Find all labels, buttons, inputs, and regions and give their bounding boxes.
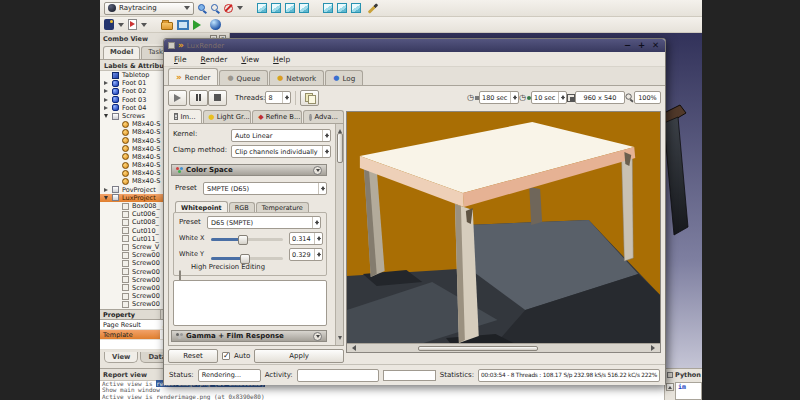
no-navigation-icon[interactable] — [224, 4, 233, 13]
resize-icon[interactable] — [567, 94, 575, 102]
menu-item[interactable]: File — [167, 55, 194, 64]
tree-expand-arrow[interactable] — [104, 81, 112, 85]
workbench-selector[interactable]: Raytracing — [104, 2, 194, 15]
image-frame-icon[interactable] — [177, 20, 189, 30]
green-arrow-icon[interactable] — [193, 20, 206, 30]
cube-view-icon-5[interactable] — [323, 3, 333, 13]
render-sphere-icon[interactable] — [210, 19, 221, 30]
menu-item[interactable]: Help — [266, 55, 297, 64]
whitepoint-preset-select[interactable]: D65 (SMPTE) — [207, 216, 321, 229]
white-x-stepper[interactable]: 0.314 — [289, 232, 323, 245]
pencil-icon[interactable] — [368, 3, 379, 14]
display-interval-stepper[interactable]: 10 sec — [531, 91, 567, 104]
colorspace-preset-select[interactable]: SMPTE (D65) — [203, 182, 327, 195]
scroll-right-arrow[interactable] — [651, 345, 658, 351]
zoom-tool-icon[interactable] — [625, 93, 633, 101]
white-y-stepper[interactable]: 0.329 — [289, 248, 323, 261]
cube-view-icon-7[interactable] — [351, 3, 361, 13]
white-x-slider[interactable] — [211, 238, 283, 241]
tab-icon — [227, 74, 233, 82]
luxrender-tab[interactable]: Render — [168, 68, 218, 85]
tree-expand-arrow[interactable] — [104, 112, 112, 120]
zoom-region-icon[interactable] — [198, 4, 207, 13]
panel-tab[interactable]: Im... — [168, 109, 202, 123]
write-interval-stepper[interactable]: 180 sec — [479, 91, 519, 104]
threads-stepper[interactable]: 8 — [265, 91, 291, 104]
combo-arrows[interactable] — [322, 146, 330, 157]
zoom-icon[interactable] — [211, 4, 220, 13]
report-line[interactable]: Active view is renderimage.png (at 0x839… — [100, 394, 702, 400]
gamma-section-header[interactable]: Gamma + Film Response — [171, 330, 327, 342]
combo-view-tab[interactable]: Model — [103, 46, 140, 59]
apply-button[interactable]: Apply — [254, 349, 344, 363]
spin-arrows[interactable] — [314, 249, 322, 260]
collapse-chevron-icon[interactable] — [313, 166, 322, 175]
reset-button[interactable]: Reset — [168, 349, 218, 363]
panel-tab-icon — [174, 113, 178, 120]
spin-arrows[interactable] — [510, 92, 518, 103]
panel-tab-label: Adva... — [314, 113, 338, 121]
chevron-down-icon[interactable] — [237, 6, 243, 13]
luxrender-tab[interactable]: Network — [269, 70, 324, 85]
tree-expand-arrow[interactable] — [104, 194, 112, 202]
tree-item-label: LuxProject — [122, 194, 156, 202]
panel-scrollbar[interactable] — [335, 124, 343, 345]
combo-arrows[interactable] — [312, 217, 320, 228]
cube-view-icon-6[interactable] — [337, 3, 347, 13]
spin-arrows[interactable] — [282, 92, 290, 103]
cube-view-icon-4[interactable] — [299, 3, 309, 13]
scroll-left-arrow[interactable] — [349, 345, 356, 351]
scroll-up-button[interactable] — [666, 383, 674, 391]
scrollbar-thumb[interactable] — [418, 346, 538, 351]
python-console-input[interactable]: im — [675, 382, 702, 400]
tree-item-label: Screw00 — [132, 292, 160, 300]
chevron-down-icon — [184, 6, 190, 13]
panel-tab[interactable]: Adva... — [303, 110, 344, 123]
luxrender-tab[interactable]: Log — [325, 70, 363, 85]
tree-expand-arrow[interactable] — [104, 98, 112, 102]
spin-arrows[interactable] — [558, 92, 566, 103]
chevron-down-icon[interactable] — [118, 23, 124, 30]
tree-expand-arrow[interactable] — [104, 188, 112, 192]
cube-view-icon-1[interactable] — [257, 3, 267, 13]
tree-expand-arrow[interactable] — [104, 89, 112, 93]
combo-arrows[interactable] — [318, 183, 326, 194]
render-horizontal-scrollbar[interactable] — [347, 343, 660, 352]
panel-tab[interactable]: Refine B... — [252, 110, 302, 123]
cube-view-icon-3[interactable] — [285, 3, 295, 13]
new-document-icon[interactable] — [104, 19, 114, 30]
minimize-button[interactable]: − — [622, 40, 633, 51]
chevron-down-icon[interactable] — [141, 23, 147, 30]
folder-icon[interactable] — [161, 22, 173, 30]
spin-arrows[interactable] — [314, 233, 322, 244]
close-button[interactable]: ✕ — [650, 40, 661, 51]
tree-item-label: Screws — [122, 112, 145, 120]
pause-render-button[interactable] — [189, 90, 208, 106]
menu-item[interactable]: Render — [194, 55, 235, 64]
copy-image-button[interactable] — [300, 90, 319, 106]
maximize-button[interactable]: + — [636, 40, 647, 51]
panel-tab[interactable]: Light Gr... — [203, 110, 252, 123]
collapse-chevron-icon[interactable] — [313, 332, 322, 341]
window-menu-icon[interactable] — [168, 42, 175, 49]
menu-item[interactable]: View — [234, 55, 266, 64]
stop-render-button[interactable] — [208, 90, 227, 106]
resume-render-button[interactable] — [168, 90, 187, 106]
render-view[interactable] — [346, 111, 661, 353]
export-document-icon[interactable] — [128, 19, 137, 30]
scroll-down-arrow[interactable] — [338, 336, 342, 342]
cube-view-icon-2[interactable] — [271, 3, 281, 13]
combo-arrows[interactable] — [322, 130, 330, 141]
bottom-tab[interactable]: View — [104, 352, 138, 363]
auto-checkbox[interactable] — [222, 352, 230, 360]
luxrender-titlebar[interactable]: » LuxRender − + ✕ — [164, 39, 665, 52]
clamp-method-value: Clip channels individually — [235, 148, 322, 156]
colorspace-section-header[interactable]: Color Space — [171, 164, 327, 176]
tree-expand-arrow[interactable] — [104, 106, 112, 110]
scrollbar-thumb[interactable] — [337, 133, 343, 163]
luxrender-tab[interactable]: Queue — [219, 70, 268, 85]
white-y-slider[interactable] — [211, 257, 283, 260]
clamp-method-select[interactable]: Clip channels individually — [231, 145, 331, 158]
menu-item-label: File — [174, 55, 187, 64]
kernel-select[interactable]: Auto Linear — [231, 129, 331, 142]
